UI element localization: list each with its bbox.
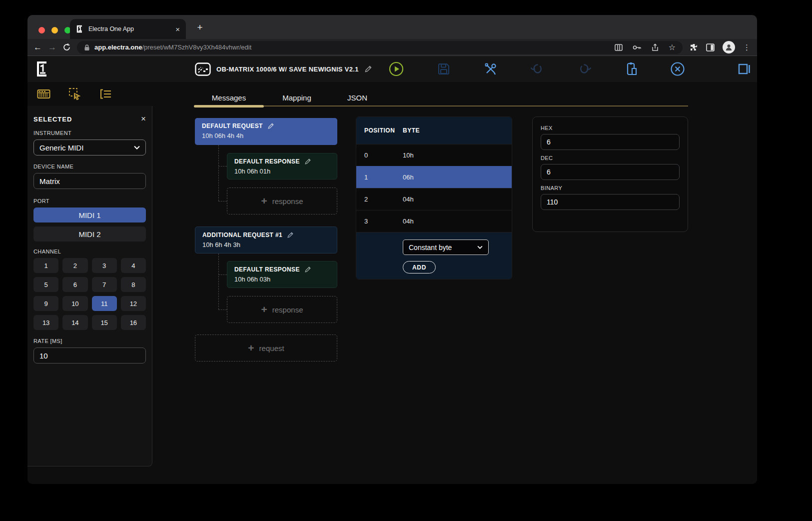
back-icon[interactable]: ← — [33, 43, 42, 52]
sidebar: SELECTED × INSTRUMENT Generic MIDI DEVIC… — [27, 82, 152, 484]
close-window-button[interactable] — [38, 27, 45, 34]
channel-button-14[interactable]: 14 — [62, 315, 87, 330]
keyboard-icon[interactable] — [37, 88, 50, 100]
channel-button-8[interactable]: 8 — [121, 277, 146, 292]
channel-label: CHANNEL — [33, 248, 146, 254]
tab-mapping[interactable]: Mapping — [264, 90, 330, 106]
rate-field[interactable] — [33, 348, 146, 364]
browser-tabstrip: Electra One App × + — [27, 15, 757, 39]
tab-messages[interactable]: Messages — [194, 90, 264, 106]
hex-field[interactable] — [541, 134, 680, 150]
add-response-button[interactable]: + response — [227, 296, 337, 323]
edit-pencil-icon[interactable] — [304, 158, 311, 165]
save-icon[interactable] — [437, 62, 450, 76]
hex-label: HEX — [541, 125, 680, 131]
device-name-field[interactable] — [33, 173, 146, 189]
instrument-select[interactable]: Generic MIDI — [33, 140, 146, 156]
preset-title-group: OB-MATRIX 1000/6 W/ SAVE NEWIGNIS V2.1 — [195, 56, 372, 82]
channel-button-9[interactable]: 9 — [33, 296, 58, 311]
tools-icon[interactable] — [484, 62, 498, 76]
electra-logo-icon[interactable] — [35, 61, 49, 77]
default-response-card[interactable]: DEFAULT RESPONSE 10h 06h 03h — [227, 261, 337, 288]
new-tab-button[interactable]: + — [193, 21, 206, 34]
channel-button-5[interactable]: 5 — [33, 277, 58, 292]
address-bar[interactable]: app.electra.one/preset/wM7SzhV8vy3Xh484v… — [77, 41, 683, 54]
favicon-electra-icon — [76, 25, 84, 33]
tab-json[interactable]: JSON — [330, 90, 385, 106]
toolbar-actions: ⋮ — [690, 41, 751, 54]
bookmark-star-icon[interactable]: ☆ — [669, 42, 676, 52]
binary-label: BINARY — [541, 185, 680, 191]
preset-icon — [195, 62, 211, 76]
reload-icon[interactable] — [62, 43, 71, 52]
byte-type-select[interactable]: Constant byte — [403, 240, 489, 255]
browser-tab[interactable]: Electra One App × — [70, 19, 186, 39]
browser-window: Electra One App × + ← → app.electra.one/… — [27, 15, 757, 484]
edit-pencil-icon[interactable] — [304, 266, 311, 273]
binary-field[interactable] — [541, 194, 680, 210]
redo-icon[interactable] — [578, 63, 592, 75]
port-label: PORT — [33, 198, 146, 204]
edit-pencil-icon[interactable] — [287, 232, 294, 238]
forward-icon[interactable]: → — [48, 43, 56, 52]
run-preset-play-button[interactable] — [389, 62, 404, 76]
list-tree-icon[interactable] — [99, 88, 112, 100]
browser-menu-kebab-icon[interactable]: ⋮ — [743, 43, 751, 52]
byte-value-editor: HEX DEC BINARY — [532, 116, 688, 232]
app-header: OB-MATRIX 1000/6 W/ SAVE NEWIGNIS V2.1 — [27, 56, 757, 82]
channel-button-7[interactable]: 7 — [92, 277, 117, 292]
byte-row-2[interactable]: 2 04h — [356, 188, 512, 210]
port-midi1-button[interactable]: MIDI 1 — [33, 208, 146, 222]
add-response-label: response — [272, 306, 303, 314]
tab-groups-icon[interactable] — [615, 44, 623, 52]
byte-row-0[interactable]: 0 10h — [356, 144, 512, 166]
request-bytes: 10h 6h 4h 3h — [202, 241, 330, 248]
share-icon[interactable] — [652, 44, 659, 52]
add-response-button[interactable]: + response — [227, 188, 337, 214]
url-domain: app.electra.one — [94, 44, 142, 51]
side-panel-icon[interactable] — [706, 44, 715, 52]
close-preset-icon[interactable] — [670, 62, 685, 76]
channel-button-13[interactable]: 13 — [33, 315, 58, 330]
channel-button-16[interactable]: 16 — [121, 315, 146, 330]
byte-row-3[interactable]: 3 04h — [356, 210, 512, 232]
profile-avatar[interactable] — [723, 41, 735, 54]
edit-pencil-icon[interactable] — [267, 122, 274, 130]
channel-button-10[interactable]: 10 — [62, 296, 87, 311]
tab-close-icon[interactable]: × — [175, 25, 180, 34]
browser-toolbar: ← → app.electra.one/preset/wM7SzhV8vy3Xh… — [27, 39, 757, 56]
channel-button-4[interactable]: 4 — [121, 258, 146, 273]
port-midi2-button[interactable]: MIDI 2 — [33, 226, 146, 242]
password-key-icon[interactable] — [633, 44, 642, 50]
edit-title-pencil-icon[interactable] — [364, 65, 372, 73]
default-request-card[interactable]: DEFAULT REQUEST 10h 06h 4h 4h — [195, 118, 337, 145]
default-response-card[interactable]: DEFAULT RESPONSE 10h 06h 01h — [227, 153, 337, 180]
additional-request-card[interactable]: ADDITIONAL REQUEST #1 10h 6h 4h 3h — [195, 226, 337, 254]
minimize-window-button[interactable] — [51, 27, 58, 34]
byte-row-1[interactable]: 1 06h — [356, 166, 512, 188]
channel-button-12[interactable]: 12 — [121, 296, 146, 311]
dec-field[interactable] — [541, 164, 680, 180]
channel-button-6[interactable]: 6 — [62, 277, 87, 292]
extensions-puzzle-icon[interactable] — [690, 43, 698, 52]
instrument-label: INSTRUMENT — [33, 130, 146, 136]
request-bytes: 10h 06h 4h 4h — [202, 132, 330, 140]
select-cursor-icon[interactable] — [68, 88, 81, 100]
preset-title: OB-MATRIX 1000/6 W/ SAVE NEWIGNIS V2.1 — [216, 66, 359, 73]
panel-toggle-icon[interactable] — [738, 64, 751, 74]
add-byte-button[interactable]: ADD — [403, 261, 436, 274]
channel-button-11[interactable]: 11 — [92, 296, 117, 311]
panel-close-icon[interactable]: × — [141, 114, 146, 124]
tree-connector — [218, 145, 219, 201]
undo-icon[interactable] — [530, 63, 544, 75]
copy-paste-icon[interactable] — [626, 62, 639, 76]
tree-connector — [218, 310, 227, 310]
channel-grid: 1 2 3 4 5 6 7 8 9 10 11 12 13 14 15 16 — [33, 258, 146, 330]
channel-button-2[interactable]: 2 — [62, 258, 87, 273]
channel-button-3[interactable]: 3 — [92, 258, 117, 273]
channel-button-15[interactable]: 15 — [92, 315, 117, 330]
add-request-button[interactable]: + request — [195, 334, 337, 362]
response-title: DEFAULT RESPONSE — [234, 266, 300, 273]
response-bytes: 10h 06h 01h — [234, 168, 330, 175]
channel-button-1[interactable]: 1 — [33, 258, 58, 273]
